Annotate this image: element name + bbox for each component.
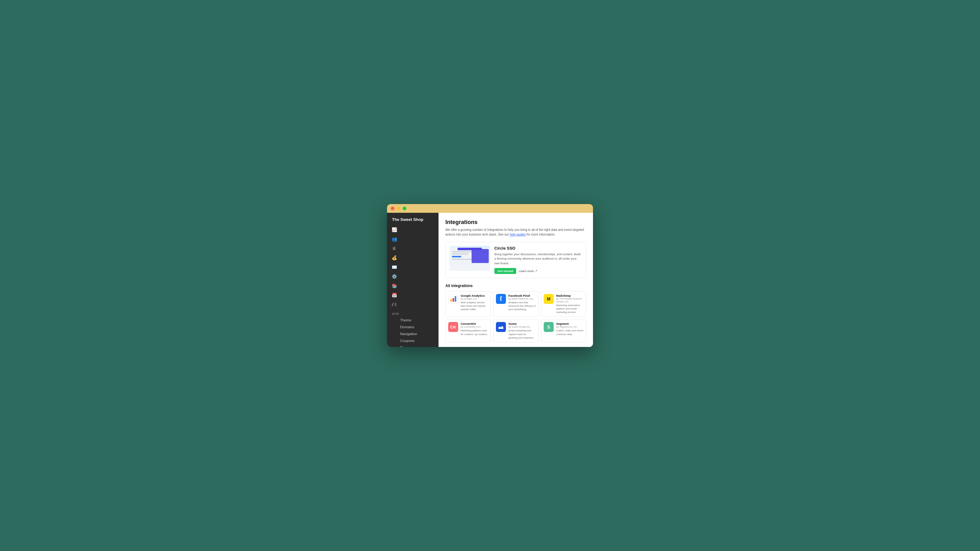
external-link-icon: ↗ xyxy=(535,269,538,272)
sidebar-item-bios[interactable]: Bios xyxy=(387,344,439,347)
integration-by: by The Rocket Science Group LLC. xyxy=(556,297,583,303)
members-icon: 👥 xyxy=(391,236,397,242)
integration-desc: Web analytics service that tracks and re… xyxy=(461,301,488,311)
mailchimp-info: Mailchimp by The Rocket Science Group LL… xyxy=(556,294,583,314)
segment-logo: S xyxy=(544,322,554,332)
sumo-crown-icon xyxy=(498,324,504,329)
sidebar-icon-monetize[interactable]: 💰 xyxy=(387,253,439,262)
settings-icon: ⚙️ xyxy=(391,274,397,279)
integration-by: by Google LLC xyxy=(461,297,488,300)
maximize-button[interactable] xyxy=(402,206,406,210)
learn-more-link[interactable]: Learn more ↗ xyxy=(519,269,538,273)
convertkit-logo: CK xyxy=(448,322,458,332)
google-analytics-logo xyxy=(448,294,458,304)
sidebar: The Sweet Shop 📈 👥 🖥 💰 ✉️ ⚙️ 📚 xyxy=(387,213,439,347)
facebook-pixel-logo: f xyxy=(496,294,506,304)
site-section-label: SITE xyxy=(387,309,439,317)
close-button[interactable] xyxy=(391,206,395,210)
mock-screen xyxy=(449,248,490,271)
mailchimp-logo: M xyxy=(544,294,554,304)
integration-sumo[interactable]: Sumo by Sumo Group Inc. Email marketing … xyxy=(493,319,538,342)
integrations-grid: Google Analytics by Google LLC Web analy… xyxy=(445,291,586,342)
circle-sso-card: Circle SSO Bring together your discussio… xyxy=(445,242,586,278)
sidebar-icon-settings[interactable]: ⚙️ xyxy=(387,272,439,281)
integration-desc: Email marketing and capture tools for gr… xyxy=(508,329,536,340)
minimize-button[interactable] xyxy=(397,206,401,210)
integration-name: Facebook Pixel xyxy=(508,294,536,297)
sidebar-item-theme[interactable]: Theme xyxy=(387,317,439,324)
library-icon: 📚 xyxy=(391,283,397,289)
app-window: The Sweet Shop 📈 👥 🖥 💰 ✉️ ⚙️ 📚 xyxy=(387,204,593,347)
main-content: Integrations We offer a growing number o… xyxy=(439,213,593,347)
featured-integration-title: Circle SSO xyxy=(494,246,582,251)
help-guides-link[interactable]: help guides xyxy=(510,233,526,236)
featured-description: Bring together your discussions, members… xyxy=(494,252,582,265)
integration-name: Sumo xyxy=(508,322,536,326)
integration-name: Segment xyxy=(556,322,583,326)
featured-actions: Get started Learn more ↗ xyxy=(494,268,582,274)
integration-desc: Marketing automation platform and email … xyxy=(556,303,583,314)
integration-desc: Marketing platform built for creators, b… xyxy=(461,329,488,336)
integration-mailchimp[interactable]: M Mailchimp by The Rocket Science Group … xyxy=(541,291,586,317)
sidebar-icon-library[interactable]: 📚 xyxy=(387,281,439,291)
circle-sso-screenshot xyxy=(449,246,490,271)
mock-line-2 xyxy=(452,253,468,255)
featured-info: Circle SSO Bring together your discussio… xyxy=(494,246,582,274)
get-started-button[interactable]: Get started xyxy=(494,268,516,274)
integration-facebook-pixel[interactable]: f Facebook Pixel by Meta Platforms, Inc.… xyxy=(493,291,538,317)
titlebar xyxy=(387,204,593,213)
integration-by: by Sumo Group Inc. xyxy=(508,326,536,328)
site-icon: 🖥 xyxy=(391,246,397,251)
sidebar-icon-members[interactable]: 👥 xyxy=(387,234,439,244)
sidebar-item-navigation[interactable]: Navigation xyxy=(387,330,439,337)
integration-desc: Analytics tool that measures the efficac… xyxy=(508,301,536,311)
integration-convertkit[interactable]: CK ConvertKit by ConvertKit LLC Marketin… xyxy=(445,319,491,342)
integration-by: by Meta Platforms, Inc. xyxy=(508,297,536,300)
page-title: Integrations xyxy=(445,219,586,225)
integration-google-analytics[interactable]: Google Analytics by Google LLC Web analy… xyxy=(445,291,491,317)
sidebar-icon-site[interactable]: 🖥 xyxy=(387,244,439,253)
integration-desc: Collect, unify, and enrich customer data… xyxy=(556,329,583,336)
sidebar-icon-workflow[interactable]: ⛙ xyxy=(387,300,439,309)
integration-name: Google Analytics xyxy=(461,294,488,297)
ga-bars xyxy=(450,296,456,302)
analytics-icon: 📈 xyxy=(391,227,397,232)
email-icon: ✉️ xyxy=(391,264,397,270)
sumo-logo xyxy=(496,322,506,332)
sidebar-icon-calendar[interactable]: 📅 xyxy=(387,291,439,300)
segment-info: Segment by Segment.io, Inc. Collect, uni… xyxy=(556,322,583,340)
sidebar-icon-email[interactable]: ✉️ xyxy=(387,262,439,272)
ga-bar-1 xyxy=(450,299,452,302)
mock-btn xyxy=(452,256,461,257)
integration-name: Mailchimp xyxy=(556,294,583,297)
calendar-icon: 📅 xyxy=(391,292,397,298)
all-integrations-title: All integrations xyxy=(445,284,586,288)
google-analytics-info: Google Analytics by Google LLC Web analy… xyxy=(461,294,488,314)
page-description: We offer a growing number of integration… xyxy=(445,227,586,237)
workflow-icon: ⛙ xyxy=(391,302,397,307)
monetize-icon: 💰 xyxy=(391,255,397,260)
integration-segment[interactable]: S Segment by Segment.io, Inc. Collect, u… xyxy=(541,319,586,342)
convertkit-info: ConvertKit by ConvertKit LLC Marketing p… xyxy=(461,322,488,340)
integration-by: by ConvertKit LLC xyxy=(461,326,488,328)
sidebar-item-domains[interactable]: Domains xyxy=(387,324,439,330)
sumo-info: Sumo by Sumo Group Inc. Email marketing … xyxy=(508,322,536,340)
window-body: The Sweet Shop 📈 👥 🖥 💰 ✉️ ⚙️ 📚 xyxy=(387,213,593,347)
mock-overlay xyxy=(472,249,489,263)
integration-name: ConvertKit xyxy=(461,322,488,326)
ga-bar-3 xyxy=(455,296,456,302)
integration-by: by Segment.io, Inc. xyxy=(556,326,583,328)
ga-bar-2 xyxy=(453,298,454,302)
facebook-pixel-info: Facebook Pixel by Meta Platforms, Inc. A… xyxy=(508,294,536,314)
sidebar-item-coupons[interactable]: Coupons xyxy=(387,337,439,344)
sidebar-brand: The Sweet Shop xyxy=(387,213,439,225)
sidebar-icon-analytics[interactable]: 📈 xyxy=(387,225,439,234)
